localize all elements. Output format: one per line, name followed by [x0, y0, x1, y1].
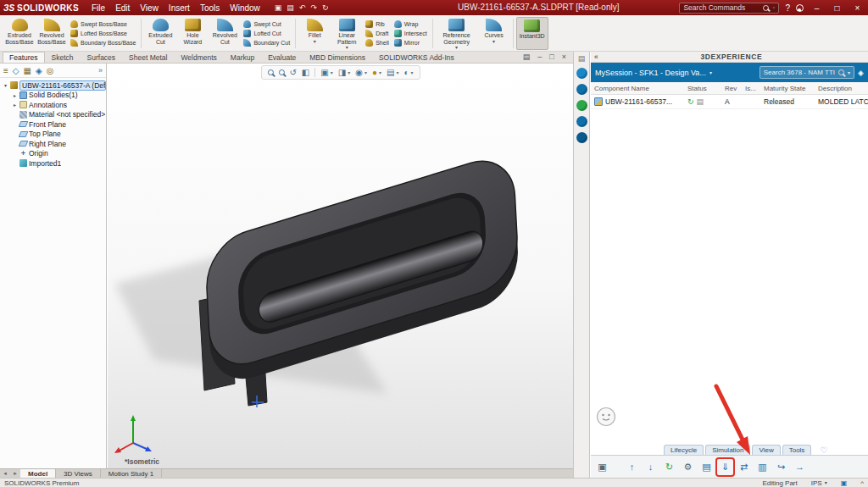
- configurationmanager-tab-icon[interactable]: ▦: [24, 66, 31, 75]
- session-selector[interactable]: MySession - SFK1 - Design Va... ▾: [595, 69, 712, 77]
- part-3d-model[interactable]: [108, 64, 573, 468]
- download-icon[interactable]: ↓: [643, 459, 659, 475]
- help-icon[interactable]: ?: [785, 3, 790, 13]
- section-view-icon[interactable]: ◧: [302, 68, 309, 77]
- fillet-button[interactable]: Fillet ▾: [298, 17, 331, 50]
- previous-view-icon[interactable]: ↺: [289, 68, 296, 77]
- tab-tools[interactable]: Tools: [782, 445, 812, 455]
- zoom-to-area-icon[interactable]: [278, 69, 284, 75]
- tree-item-right-plane[interactable]: Right Plane: [3, 139, 106, 149]
- menu-window[interactable]: Window: [225, 3, 264, 13]
- menu-tools[interactable]: Tools: [196, 3, 224, 13]
- tab-lifecycle[interactable]: Lifecycle: [664, 445, 704, 455]
- window-minimize-button[interactable]: –: [810, 3, 824, 13]
- tab-features[interactable]: Features: [3, 52, 45, 63]
- save-icon[interactable]: ▤: [287, 3, 294, 12]
- tab-surfaces[interactable]: Surfaces: [81, 52, 123, 63]
- sustainability-icon[interactable]: [576, 100, 587, 111]
- tab-scroll-right-icon[interactable]: ▸: [10, 469, 20, 478]
- dropdown-icon[interactable]: ▾: [331, 69, 333, 75]
- tab-simulation[interactable]: Simulation: [705, 445, 750, 455]
- options-gear-icon[interactable]: ⚙: [680, 459, 696, 475]
- column-status[interactable]: Status: [686, 85, 725, 92]
- tab-sheet-metal[interactable]: Sheet Metal: [122, 52, 174, 63]
- expand-arrow-icon[interactable]: ▸: [12, 102, 18, 108]
- tab-model[interactable]: Model: [20, 469, 56, 478]
- tree-item-solid-bodies[interactable]: ▸ Solid Bodies(1): [3, 91, 106, 101]
- component-info-icon[interactable]: ▥: [754, 459, 771, 475]
- tab-evaluate[interactable]: Evaluate: [261, 52, 303, 63]
- edit-appearance-icon[interactable]: ●: [372, 68, 377, 77]
- zoom-to-fit-icon[interactable]: [267, 69, 273, 75]
- swept-cut-button[interactable]: Swept Cut: [243, 20, 290, 28]
- undo-icon[interactable]: ↶: [299, 3, 306, 12]
- curves-dropdown-icon[interactable]: ▾: [492, 39, 495, 44]
- shell-button[interactable]: Shell: [365, 39, 389, 47]
- compass-icon[interactable]: [576, 84, 587, 95]
- community-icon[interactable]: [576, 116, 587, 127]
- tab-3d-views[interactable]: 3D Views: [56, 469, 101, 478]
- window-close-button[interactable]: ×: [850, 3, 865, 13]
- dropdown-icon[interactable]: ▾: [411, 69, 414, 75]
- favorites-heart-icon[interactable]: ♡: [820, 445, 827, 455]
- status-indicator-icon[interactable]: ▣: [841, 479, 848, 487]
- apps-icon[interactable]: [576, 132, 587, 143]
- displaymanager-tab-icon[interactable]: ◎: [47, 66, 54, 75]
- search-dropdown-icon[interactable]: ▾: [848, 70, 850, 75]
- update-status-icon[interactable]: ↻: [661, 459, 677, 475]
- column-rev[interactable]: Rev: [725, 85, 745, 92]
- tab-motion-study-1[interactable]: Motion Study 1: [101, 469, 162, 478]
- tree-item-imported1[interactable]: Imported1: [3, 158, 106, 169]
- menu-insert[interactable]: Insert: [164, 3, 194, 13]
- curves-button[interactable]: Curves ▾: [478, 17, 510, 50]
- view-settings-icon[interactable]: ◐: [404, 68, 409, 77]
- view-orientation-icon[interactable]: ▣: [320, 68, 328, 77]
- column-component-name[interactable]: Component Name: [591, 85, 686, 92]
- tab-scroll-left-icon[interactable]: ◂: [0, 469, 10, 478]
- extruded-cut-button[interactable]: Extruded Cut: [144, 17, 176, 50]
- open-icon[interactable]: ▣: [275, 3, 282, 12]
- session-dropdown-icon[interactable]: ▾: [709, 70, 712, 75]
- lofted-boss-base-button[interactable]: Lofted Boss/Base: [70, 30, 136, 37]
- lofted-cut-button[interactable]: Lofted Cut: [243, 30, 290, 37]
- rebuild-icon[interactable]: ↻: [322, 3, 329, 12]
- publish-icon[interactable]: ↑: [624, 459, 640, 475]
- tab-markup[interactable]: Markup: [224, 52, 261, 63]
- hole-wizard-button[interactable]: Hole Wizard: [176, 17, 209, 50]
- mirror-button[interactable]: Mirror: [394, 39, 427, 47]
- tree-item-origin[interactable]: + Origin: [3, 149, 106, 159]
- featuremanager-tab-icon[interactable]: ≡: [3, 66, 8, 75]
- draft-button[interactable]: Draft: [365, 30, 389, 37]
- dropdown-icon[interactable]: ▾: [396, 69, 398, 75]
- menu-file[interactable]: File: [87, 3, 109, 13]
- save-to-platform-icon[interactable]: →: [792, 459, 808, 475]
- instant3d-button[interactable]: Instant3D: [516, 17, 548, 50]
- units-dropdown-icon[interactable]: ▾: [825, 480, 827, 485]
- linear-pattern-button[interactable]: Linear Pattern ▾: [331, 17, 363, 50]
- tab-view[interactable]: View: [752, 445, 780, 455]
- command-search-box[interactable]: Search Commands ▾: [679, 3, 779, 14]
- wrap-button[interactable]: Wrap: [394, 20, 427, 28]
- dashboard-icon[interactable]: [576, 68, 587, 79]
- reference-geometry-button[interactable]: Reference Geometry ▾: [436, 17, 478, 50]
- display-style-icon[interactable]: ◨: [338, 68, 346, 77]
- child-restore-button[interactable]: □: [549, 53, 554, 61]
- tree-item-top-plane[interactable]: Top Plane: [3, 130, 106, 140]
- revolved-boss-base-button[interactable]: Revolved Boss/Base: [36, 17, 68, 50]
- reference-geometry-dropdown-icon[interactable]: ▾: [455, 45, 458, 50]
- tab-solidworks-addins[interactable]: SOLIDWORKS Add-Ins: [372, 52, 461, 63]
- dimxpertmanager-tab-icon[interactable]: ◈: [36, 66, 42, 75]
- tree-item-part-root[interactable]: ▾ UBW-21161-66537-A (Default) <<Defa: [3, 80, 106, 91]
- window-maximize-button[interactable]: □: [830, 3, 844, 13]
- user-account-icon[interactable]: [796, 4, 804, 12]
- component-table-row[interactable]: UBW-21161-66537... ↻ ▤ A Released MOLDED…: [591, 95, 868, 109]
- reassign-owner-icon[interactable]: ↪: [773, 459, 789, 475]
- column-description[interactable]: Description: [818, 85, 868, 92]
- boundary-boss-base-button[interactable]: Boundary Boss/Base: [70, 39, 136, 47]
- replace-component-icon[interactable]: ⇄: [736, 459, 752, 475]
- tree-item-annotations[interactable]: ▸ Annotations: [3, 100, 106, 110]
- tree-item-front-plane[interactable]: Front Plane: [3, 119, 106, 130]
- units-selector[interactable]: IPS ▾: [811, 479, 827, 487]
- expand-panel-chevron-icon[interactable]: »: [98, 66, 103, 75]
- expand-arrow-icon[interactable]: ▾: [3, 82, 8, 88]
